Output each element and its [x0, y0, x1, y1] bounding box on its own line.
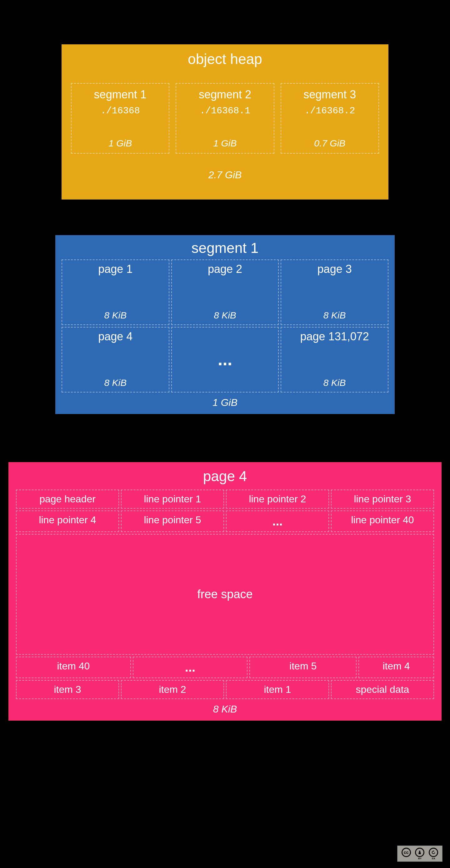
line-pointer-2: line pointer 2: [226, 490, 329, 508]
item-2: item 2: [121, 680, 224, 699]
segment-3: segment 3 ./16368.2 0.7 GiB: [281, 83, 379, 154]
zoom-line: [159, 722, 292, 738]
page-name: page 3: [284, 262, 385, 276]
segment-1: segment 1 ./16368 1 GiB: [71, 83, 169, 154]
item-5: item 5: [249, 657, 357, 678]
line-pointer-5: line pointer 5: [121, 510, 224, 532]
item-row-b: item 3 item 2 item 1 special data: [16, 680, 434, 699]
line-pointer-1: line pointer 1: [121, 490, 224, 508]
line-pointer-4: line pointer 4: [16, 510, 119, 532]
segment-size: 1 GiB: [75, 138, 166, 149]
segment-path: ./16368.1: [179, 105, 270, 116]
page-size: 8 KiB: [284, 310, 385, 321]
page-4: page 4 8 KiB: [61, 327, 169, 393]
page-1: page 1 8 KiB: [61, 259, 169, 325]
by-icon: BY: [415, 848, 424, 857]
heap-segments-row: segment 1 ./16368 1 GiB segment 2 ./1636…: [71, 83, 379, 154]
item-40: item 40: [16, 657, 131, 678]
segment-name: segment 1: [75, 88, 166, 101]
segment-name: segment 3: [284, 88, 375, 101]
heap-title: object heap: [71, 51, 379, 67]
segment-detail-box: segment 1 page 1 8 KiB page 2 8 KiB page…: [55, 235, 395, 415]
page-name: page 131,072: [284, 330, 385, 343]
segment-size: 0.7 GiB: [284, 138, 375, 149]
pages-grid: page 1 8 KiB page 2 8 KiB page 3 8 KiB p…: [61, 259, 389, 393]
page-last: page 131,072 8 KiB: [281, 327, 389, 393]
page-3: page 3 8 KiB: [281, 259, 389, 325]
free-space: free space: [16, 534, 434, 655]
segment-size: 1 GiB: [179, 138, 270, 149]
page-name: page 2: [175, 262, 275, 276]
segment-total-size: 1 GiB: [61, 397, 389, 408]
line-pointer-3: line pointer 3: [331, 490, 434, 508]
cc-by-sa-badge: cc BY SA: [397, 845, 443, 862]
heap-total-size: 2.7 GiB: [71, 169, 379, 181]
segment-name: segment 2: [179, 88, 270, 101]
page-size: 8 KiB: [175, 310, 275, 321]
line-pointer-row-2: line pointer 4 line pointer 5 ... line p…: [16, 510, 434, 532]
sa-icon: SA: [429, 848, 438, 857]
segment-path: ./16368.2: [284, 105, 375, 116]
page-detail-box: page 4 page header line pointer 1 line p…: [8, 462, 442, 721]
page-size: 8 KiB: [65, 377, 166, 388]
page-name: page 1: [65, 262, 166, 276]
object-heap-box: object heap segment 1 ./16368 1 GiB segm…: [61, 44, 389, 200]
item-1: item 1: [226, 680, 329, 699]
page-name: page 4: [65, 330, 166, 343]
page-size: 8 KiB: [284, 377, 385, 388]
special-data: special data: [331, 680, 434, 699]
ellipsis-icon: ...: [218, 349, 232, 369]
cc-icon: cc: [401, 848, 411, 857]
segment-path: ./16368: [75, 105, 166, 116]
page-header-cell: page header: [16, 490, 119, 508]
page-size: 8 KiB: [65, 310, 166, 321]
segment-title: segment 1: [61, 240, 389, 256]
segment-2: segment 2 ./16368.1 1 GiB: [176, 83, 274, 154]
line-pointer-row-1: page header line pointer 1 line pointer …: [16, 490, 434, 508]
page-total-size: 8 KiB: [16, 704, 434, 715]
page-ellipsis: ...: [171, 327, 279, 393]
ellipsis-icon: ...: [226, 510, 329, 532]
page-2: page 2 8 KiB: [171, 259, 279, 325]
item-row-a: item 40 ... item 5 item 4: [16, 657, 434, 678]
item-4: item 4: [359, 657, 434, 678]
page-title: page 4: [16, 468, 434, 485]
item-3: item 3: [16, 680, 119, 699]
ellipsis-icon: ...: [133, 657, 248, 678]
line-pointer-40: line pointer 40: [331, 510, 434, 532]
svg-point-0: [419, 850, 421, 852]
